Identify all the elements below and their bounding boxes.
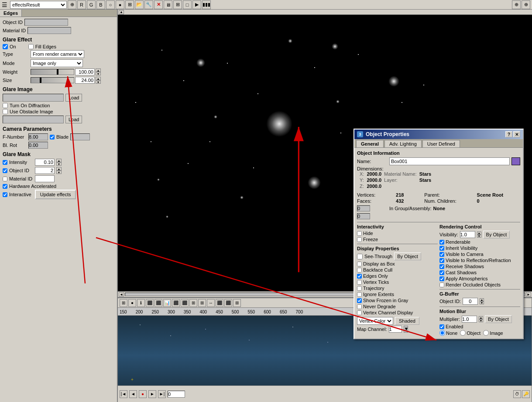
color-swatch[interactable] [511,157,520,165]
object-id-mask-checkbox[interactable] [3,168,7,173]
enabled-checkbox[interactable] [439,324,444,329]
tl-icon-12[interactable]: ⬛ [216,299,223,307]
object-id-mask-input[interactable] [35,167,55,174]
transport-icon-1[interactable]: |◄ [120,390,127,398]
renderable-checkbox[interactable] [439,240,444,245]
map-channel-input[interactable] [389,326,402,333]
vertex-channel-checkbox[interactable] [357,310,362,315]
tl-icon-9[interactable]: ⊞ [189,299,197,307]
weight-down[interactable]: ▼ [96,72,101,75]
square-icon[interactable]: □ [183,0,192,9]
material-id-input[interactable] [27,27,71,34]
ignore-extents-checkbox[interactable] [357,292,362,297]
tab-user-defined[interactable]: User Defined [422,140,460,147]
monitor-icon[interactable]: 🖥 [164,0,172,9]
size-down[interactable]: ▼ [96,80,101,84]
inherit-visibility-checkbox[interactable] [439,246,444,251]
apply-atmospherics-checkbox[interactable] [439,276,444,281]
display-by-obj-btn[interactable]: By Object [394,252,421,260]
tl-icon-3[interactable]: ℹ [137,299,145,307]
transport-icon-2[interactable]: ◄ [129,390,137,398]
none-radio[interactable] [439,330,445,336]
hide-checkbox[interactable] [357,231,362,236]
fill-edges-checkbox[interactable] [28,44,34,49]
receive-shadows-checkbox[interactable] [439,264,444,269]
filled-circle-icon[interactable]: ● [116,0,124,9]
display-as-box-checkbox[interactable] [357,262,362,266]
grid-icon[interactable]: ⊞ [125,0,134,9]
visible-to-camera-checkbox[interactable] [439,252,444,257]
circle-icon[interactable]: ○ [106,0,115,9]
scroll-left-btn[interactable]: ◄ [119,292,124,296]
tl-icon-6[interactable]: 📊 [163,299,171,307]
cancel-icon[interactable]: ✕ [154,0,163,9]
trajectory-checkbox[interactable] [357,286,362,291]
tl-icon-7[interactable]: ⬛ [172,299,180,307]
visible-to-reflection-checkbox[interactable] [439,258,444,263]
backface-cull-checkbox[interactable] [357,268,362,273]
time-config-icon[interactable]: ⏱ [513,390,521,398]
obstacle-checkbox[interactable] [3,109,8,114]
wrench-icon[interactable]: 🔧 [144,0,153,9]
scroll-up-btn[interactable]: ▲ [119,10,124,14]
tl-icon-13[interactable]: ⬛ [224,299,232,307]
object-id-input[interactable] [24,19,68,26]
transport-icon-3[interactable]: ● [139,390,147,398]
play-icon[interactable]: ▶ [192,0,201,9]
r-icon[interactable]: R [77,0,86,9]
intensity-down[interactable]: ▼ [56,162,62,166]
load-obstacle-btn[interactable]: Load [65,116,82,123]
weight-input[interactable] [75,68,95,75]
weight-up[interactable]: ▲ [96,68,101,72]
mode-select[interactable]: Image only [31,59,83,67]
menu-icon[interactable]: ☰ [2,1,7,8]
update-effects-btn[interactable]: Update effects [35,190,76,199]
tab-general[interactable]: General [356,140,384,147]
tl-icon-1[interactable]: ⊞ [120,299,127,307]
nav-icon-2[interactable]: ⊕ [522,0,530,9]
intensity-up[interactable]: ▲ [56,159,62,162]
see-through-checkbox[interactable] [357,254,363,259]
vis-down[interactable]: ▼ [477,235,481,238]
tl-icon-4[interactable]: ⬛ [146,299,154,307]
dialog-close-btn[interactable]: ✕ [513,131,520,137]
vertex-ticks-checkbox[interactable] [357,280,362,285]
intensity-checkbox[interactable] [3,160,7,165]
on-checkbox[interactable] [3,44,8,49]
tl-icon-8[interactable]: ⬛ [181,299,189,307]
group-input-2[interactable] [357,213,370,219]
edges-tab[interactable]: Edges [0,10,22,17]
frame-input[interactable] [168,391,185,398]
render-by-obj-btn[interactable]: By Object [483,231,510,238]
size-slider[interactable] [31,77,74,83]
freeze-checkbox[interactable] [357,237,362,242]
tl-icon-2[interactable]: ● [128,299,136,307]
glare-image-input[interactable] [3,94,64,102]
viewport-dropdown[interactable]: effectsResult [10,1,67,9]
weight-slider[interactable] [31,69,74,75]
never-degrade-checkbox[interactable] [357,304,362,309]
type-select[interactable]: From render camera [31,50,84,58]
hw-accelerated-checkbox[interactable] [3,184,7,189]
edges-only-checkbox[interactable] [357,274,362,279]
b-icon[interactable]: B [96,0,105,9]
size-up[interactable]: ▲ [96,77,101,80]
obstacle-input[interactable] [3,116,64,123]
group-input-1[interactable] [357,205,370,211]
vis-up[interactable]: ▲ [477,232,481,235]
motion-by-obj-btn[interactable]: By Object [485,315,512,323]
tab-adv-lighting[interactable]: Adv. Lighting [384,140,422,147]
objid-down[interactable]: ▼ [56,170,62,174]
name-input[interactable] [389,157,510,165]
shaded-btn[interactable]: Shaded [395,317,419,325]
gbuf-down[interactable]: ▼ [480,301,484,304]
grid2-icon[interactable]: ⊞ [173,0,182,9]
mult-down[interactable]: ▼ [479,319,483,322]
transport-icon-4[interactable]: ► [148,390,156,398]
bar-icon[interactable]: ▮▮▮ [202,0,211,9]
dialog-help-btn[interactable]: ? [505,131,512,137]
multiplier-input[interactable] [462,316,477,323]
object-radio[interactable] [460,330,466,336]
render-occluded-checkbox[interactable] [439,283,444,287]
blrot-input[interactable] [28,142,48,149]
